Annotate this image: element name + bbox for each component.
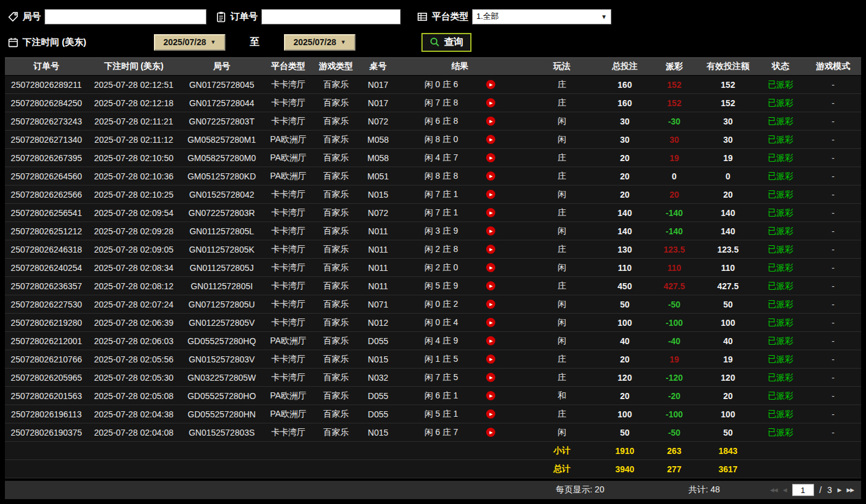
- game-no-label: 局号: [23, 11, 41, 23]
- col-header-game-type: 游戏类型: [313, 58, 359, 75]
- col-header-status: 状态: [756, 58, 805, 75]
- last-page-button[interactable]: ▶▶: [846, 487, 854, 493]
- table-row[interactable]: 250728026236357 2025-07-28 02:08:12 GN01…: [5, 277, 861, 295]
- total-count-label: 共计: 48: [688, 484, 719, 495]
- order-no-input[interactable]: [261, 9, 401, 24]
- cell-table-no: N011: [359, 259, 397, 276]
- cell-status: 已派彩: [756, 204, 805, 221]
- table-row[interactable]: 250728026201563 2025-07-28 02:05:08 GD05…: [5, 387, 861, 405]
- play-video-icon[interactable]: ▶: [486, 171, 495, 181]
- cell-game-type: 百家乐: [313, 277, 359, 295]
- cell-status: 已派彩: [756, 369, 805, 386]
- page-number-input[interactable]: [792, 484, 814, 496]
- table-row[interactable]: 250728026271340 2025-07-28 02:11:12 GM05…: [5, 131, 861, 149]
- cell-platform: 卡卡湾厅: [264, 295, 313, 313]
- col-header-bet-time: 下注时间 (美东): [88, 58, 180, 75]
- next-page-button[interactable]: ▶: [837, 487, 841, 493]
- play-video-icon[interactable]: ▶: [486, 135, 495, 144]
- table-row[interactable]: 250728026267395 2025-07-28 02:10:50 GM05…: [5, 149, 861, 167]
- col-header-game-no: 局号: [180, 58, 264, 75]
- play-video-icon[interactable]: ▶: [486, 98, 495, 107]
- cell-total-bet: 140: [601, 204, 649, 221]
- query-button[interactable]: 查询: [421, 33, 471, 52]
- table-row[interactable]: 250728026190375 2025-07-28 02:04:08 GN01…: [5, 423, 861, 442]
- cell-payout: -20: [649, 387, 700, 405]
- cell-valid-bet: 30: [700, 131, 756, 148]
- order-no-group: 订单号: [215, 9, 401, 24]
- table-row[interactable]: 250728026227530 2025-07-28 02:07:24 GN07…: [5, 295, 861, 314]
- cell-game-no: GN0112572805L: [180, 222, 264, 240]
- play-video-icon[interactable]: ▶: [486, 300, 495, 309]
- cell-result: 闲 2 庄 8 ▶: [397, 240, 523, 258]
- prev-page-button[interactable]: ◀: [783, 487, 787, 493]
- tag-icon: [7, 11, 19, 23]
- result-text: 闲 7 庄 1: [424, 189, 458, 200]
- play-video-icon[interactable]: ▶: [486, 245, 495, 254]
- cell-status: 已派彩: [756, 131, 805, 148]
- cell-bet-time: 2025-07-28 02:08:34: [88, 259, 180, 276]
- play-video-icon[interactable]: ▶: [486, 117, 495, 126]
- cell-valid-bet: 30: [700, 112, 756, 130]
- cell-play-type: 闲: [523, 112, 601, 130]
- result-text: 闲 5 庄 1: [424, 409, 458, 420]
- cell-table-no: N032: [359, 369, 397, 386]
- col-header-order-no: 订单号: [5, 58, 88, 75]
- cell-payout: -40: [649, 332, 700, 350]
- filter-row-1: 局号 订单号 平台类型 1.全部 ▼: [7, 6, 859, 27]
- cell-payout: 19: [649, 149, 700, 167]
- cell-result: 闲 7 庄 1 ▶: [397, 185, 523, 203]
- table-row[interactable]: 250728026246318 2025-07-28 02:09:05 GN01…: [5, 240, 861, 259]
- play-video-icon[interactable]: ▶: [486, 153, 495, 162]
- first-page-button[interactable]: ◀◀: [770, 487, 777, 493]
- date-from-picker[interactable]: 2025/07/28 ▼: [154, 34, 225, 51]
- cell-result: 闲 0 庄 2 ▶: [397, 295, 523, 313]
- cell-game-no: GN01725728044: [180, 94, 264, 112]
- play-video-icon[interactable]: ▶: [486, 336, 495, 345]
- col-header-platform: 平台类型: [264, 58, 313, 75]
- cell-status: 已派彩: [756, 94, 805, 112]
- date-from-value: 2025/07/28: [164, 37, 206, 47]
- play-video-icon[interactable]: ▶: [486, 226, 495, 236]
- table-row[interactable]: 250728026219280 2025-07-28 02:06:39 GN01…: [5, 314, 861, 332]
- play-video-icon[interactable]: ▶: [486, 391, 495, 400]
- play-video-icon[interactable]: ▶: [486, 355, 495, 364]
- cell-total-bet: 160: [601, 76, 649, 93]
- date-to-picker[interactable]: 2025/07/28 ▼: [284, 34, 355, 51]
- total-valid: 3617: [700, 460, 756, 478]
- table-row[interactable]: 250728026251212 2025-07-28 02:09:28 GN01…: [5, 222, 861, 240]
- play-video-icon[interactable]: ▶: [486, 409, 495, 419]
- table-row[interactable]: 250728026240254 2025-07-28 02:08:34 GN01…: [5, 259, 861, 277]
- table-row[interactable]: 250728026212001 2025-07-28 02:06:03 GD05…: [5, 332, 861, 350]
- table-row[interactable]: 250728026289211 2025-07-28 02:12:51 GN01…: [5, 76, 861, 94]
- cell-payout: 427.5: [649, 277, 700, 295]
- table-row[interactable]: 250728026284250 2025-07-28 02:12:18 GN01…: [5, 94, 861, 112]
- game-no-input[interactable]: [45, 9, 206, 24]
- play-video-icon[interactable]: ▶: [486, 80, 495, 89]
- cell-payout: -120: [649, 369, 700, 386]
- table-row[interactable]: 250728026196113 2025-07-28 02:04:38 GD05…: [5, 405, 861, 423]
- col-header-valid-bet: 有效投注额: [700, 58, 756, 75]
- table-row[interactable]: 250728026205965 2025-07-28 02:05:30 GN03…: [5, 369, 861, 387]
- play-video-icon[interactable]: ▶: [486, 281, 495, 290]
- play-video-icon[interactable]: ▶: [486, 428, 495, 437]
- cell-bet-time: 2025-07-28 02:11:21: [88, 112, 180, 130]
- table-row[interactable]: 250728026262566 2025-07-28 02:10:25 GN01…: [5, 185, 861, 204]
- play-video-icon[interactable]: ▶: [486, 208, 495, 217]
- table-row[interactable]: 250728026273243 2025-07-28 02:11:21 GN07…: [5, 112, 861, 131]
- cell-game-type: 百家乐: [313, 405, 359, 423]
- table-row[interactable]: 250728026210766 2025-07-28 02:05:56 GN01…: [5, 350, 861, 369]
- play-video-icon[interactable]: ▶: [486, 318, 495, 327]
- cell-bet-time: 2025-07-28 02:08:12: [88, 277, 180, 295]
- play-video-icon[interactable]: ▶: [486, 190, 495, 199]
- cell-order-no: 250728026205965: [5, 369, 88, 386]
- cell-game-mode: -: [805, 277, 861, 295]
- cell-bet-time: 2025-07-28 02:04:08: [88, 423, 180, 441]
- table-row[interactable]: 250728026256541 2025-07-28 02:09:54 GN07…: [5, 204, 861, 222]
- platform-type-select[interactable]: 1.全部 ▼: [472, 9, 611, 24]
- table-row[interactable]: 250728026264560 2025-07-28 02:10:36 GM05…: [5, 167, 861, 185]
- total-row: 总计 3940 277 3617: [5, 460, 861, 478]
- cell-result: 闲 4 庄 7 ▶: [397, 149, 523, 167]
- cell-game-type: 百家乐: [313, 423, 359, 441]
- play-video-icon[interactable]: ▶: [486, 373, 495, 382]
- play-video-icon[interactable]: ▶: [486, 263, 495, 272]
